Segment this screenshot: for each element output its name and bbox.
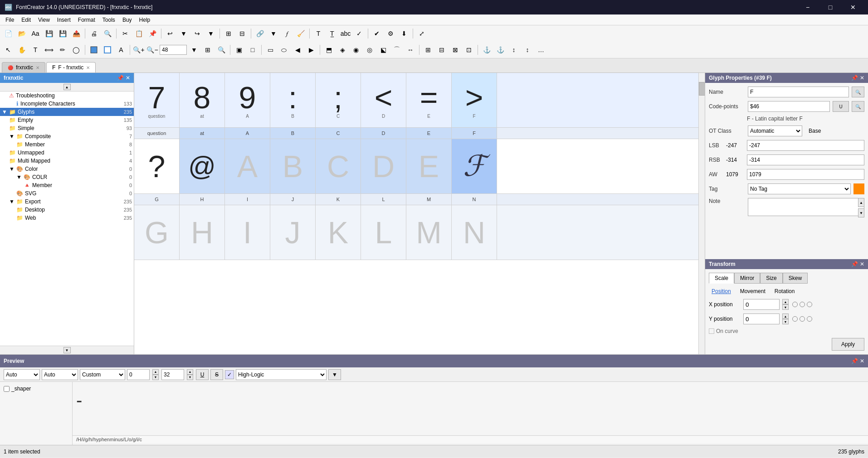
smooth-tools[interactable]: ◎	[363, 43, 376, 56]
grid3-tools[interactable]: ⊠	[449, 43, 462, 56]
text-tool[interactable]: T	[29, 43, 42, 56]
glyph-cell-at[interactable]: @	[180, 139, 225, 193]
menu-format[interactable]: Format	[74, 16, 99, 24]
on-curve-checkbox[interactable]	[709, 328, 714, 334]
glyph-cell-C[interactable]: C	[316, 139, 361, 193]
install-button[interactable]: ⬇	[398, 27, 410, 40]
note-scroll-up[interactable]: ▲	[858, 198, 864, 207]
text3-button[interactable]: abc	[339, 27, 352, 40]
tree-item-export[interactable]: ▼ 📁 Export 235	[0, 198, 134, 206]
glyph-cell-eq[interactable]: = E	[406, 73, 452, 127]
tree-item-incomplete[interactable]: ℹ Incomplete Characters 133	[0, 100, 134, 108]
expand-button[interactable]: ⤢	[415, 27, 428, 40]
subtab-rotation[interactable]: Rotation	[772, 287, 798, 295]
zoom-out[interactable]: 🔍−	[146, 43, 159, 56]
menu-edit[interactable]: Edit	[18, 16, 34, 24]
tab-frxnxtic[interactable]: 🔴 frxnxtic ✕	[2, 62, 45, 72]
x-pos-input[interactable]	[743, 299, 780, 310]
zoom-level[interactable]	[160, 45, 187, 55]
transform-tab-skew[interactable]: Skew	[783, 273, 808, 284]
cut-button[interactable]: ✂	[119, 27, 132, 40]
tree-item-member2[interactable]: 🔺 Member 0	[0, 181, 134, 189]
rect-tool[interactable]: ▭	[264, 43, 277, 56]
menu-file[interactable]: File	[2, 16, 18, 24]
tree-item-member[interactable]: 📁 Member 8	[0, 140, 134, 149]
menu-tools[interactable]: Tools	[99, 16, 119, 24]
maximize-button[interactable]: □	[820, 0, 841, 14]
next-btn[interactable]: ▶	[305, 43, 317, 56]
glyph-cell-B[interactable]: B	[270, 139, 316, 193]
tree-item-unmapped[interactable]: 📁 Unmapped 1	[0, 149, 134, 157]
curve-tools[interactable]: ⌒	[390, 43, 403, 56]
codepoints-input[interactable]	[748, 101, 830, 112]
link-button[interactable]: 🔗	[254, 27, 266, 40]
subtab-movement[interactable]: Movement	[737, 287, 768, 295]
tree-scroll-up[interactable]: ▲	[63, 84, 71, 90]
glyph-cell-7[interactable]: 7 question	[134, 73, 180, 127]
size2-up[interactable]: ▲	[187, 369, 193, 375]
search-button[interactable]: 🔍	[215, 43, 228, 56]
formula-button[interactable]: 𝑓	[281, 27, 293, 40]
arrow-tool[interactable]: ↖	[2, 43, 15, 56]
fit-view[interactable]: ⊞	[201, 43, 214, 56]
zoom-in[interactable]: 🔍+	[132, 43, 145, 56]
hand-tool[interactable]: ✋	[15, 43, 28, 56]
tree-item-glyphs[interactable]: ▼ 📁 Glyphs 235	[0, 108, 134, 116]
ellipse-tool[interactable]: ⬭	[278, 43, 290, 56]
tag-select[interactable]: No Tag	[748, 183, 851, 194]
text2-button[interactable]: T̲	[326, 27, 338, 40]
validate-button[interactable]: ✔	[371, 27, 383, 40]
glyph-cell-question[interactable]: ?	[134, 139, 180, 193]
note-textarea[interactable]	[748, 198, 864, 216]
panel-pin[interactable]: 📌	[117, 75, 124, 81]
transform-tab-mirror[interactable]: Mirror	[734, 273, 760, 284]
extend-tool[interactable]: ⟺	[43, 43, 55, 56]
close-button[interactable]: ✕	[843, 0, 863, 14]
glyph-cell-semi[interactable]: ; C	[316, 73, 361, 127]
tree-item-color[interactable]: ▼ 🎨 Color 0	[0, 165, 134, 173]
line-tools[interactable]: ⬕	[377, 43, 390, 56]
glyph-cell-8[interactable]: 8 at	[180, 73, 225, 127]
strikethrough-btn[interactable]: S	[210, 369, 223, 380]
otclass-select[interactable]: Automatic Base Ligature Mark	[748, 125, 802, 136]
preview-size-input-1[interactable]	[127, 369, 150, 380]
snap-button[interactable]: ⊞	[222, 27, 235, 40]
size-down[interactable]: ▼	[152, 375, 159, 380]
tree-item-simple[interactable]: 📁 Simple 93	[0, 124, 134, 132]
minimize-button[interactable]: −	[797, 0, 818, 14]
props-close[interactable]: ✕	[860, 75, 864, 81]
tab-close-1[interactable]: ✕	[86, 65, 90, 70]
glyph-cell-D[interactable]: D	[361, 139, 406, 193]
grid4-tools[interactable]: ⊡	[463, 43, 475, 56]
tree-item-composite[interactable]: ▼ 📁 Composite 7	[0, 132, 134, 140]
codepoint-btn[interactable]: 🔍	[852, 101, 864, 112]
x-pos-up[interactable]: ▲	[782, 299, 789, 304]
rsb-input[interactable]	[747, 154, 864, 165]
color-fill[interactable]	[88, 43, 100, 56]
grid2-tools[interactable]: ⊟	[435, 43, 448, 56]
preview-custom-select[interactable]: Custom	[80, 369, 125, 380]
metrics2-tools[interactable]: ↕	[521, 43, 534, 56]
apply-button[interactable]: Apply	[832, 338, 864, 351]
tree-item-svg[interactable]: 🎨 SVG 0	[0, 189, 134, 198]
tree-item-multimapped[interactable]: 📁 Multi Mapped 4	[0, 157, 134, 165]
text-button[interactable]: T	[312, 27, 325, 40]
preview-button[interactable]: 🔍	[101, 27, 114, 40]
pen-tool[interactable]: ✏	[56, 43, 69, 56]
tab-f-frxnxtic[interactable]: F F - frxnxtic ✕	[46, 62, 96, 72]
transform-pin[interactable]: 📌	[851, 261, 858, 267]
menu-insert[interactable]: Insert	[54, 16, 74, 24]
preview-pin[interactable]: 📌	[851, 358, 858, 364]
aw-input[interactable]	[747, 169, 864, 180]
copy-button[interactable]: 📋	[132, 27, 145, 40]
preview-close[interactable]: ✕	[860, 358, 864, 364]
glyph-cell-J[interactable]: J	[270, 205, 316, 260]
reverse-tools[interactable]: ↔	[404, 43, 417, 56]
clear-button[interactable]: 🧹	[294, 27, 307, 40]
glyph-cell-lt[interactable]: < D	[361, 73, 406, 127]
tag-color-btn[interactable]	[853, 183, 864, 194]
grid-scrollbar[interactable]	[698, 73, 705, 354]
color-checkbox[interactable]: ✓	[225, 370, 234, 379]
glyph-cell-L[interactable]: L	[361, 205, 406, 260]
corner-tools[interactable]: ◉	[350, 43, 362, 56]
